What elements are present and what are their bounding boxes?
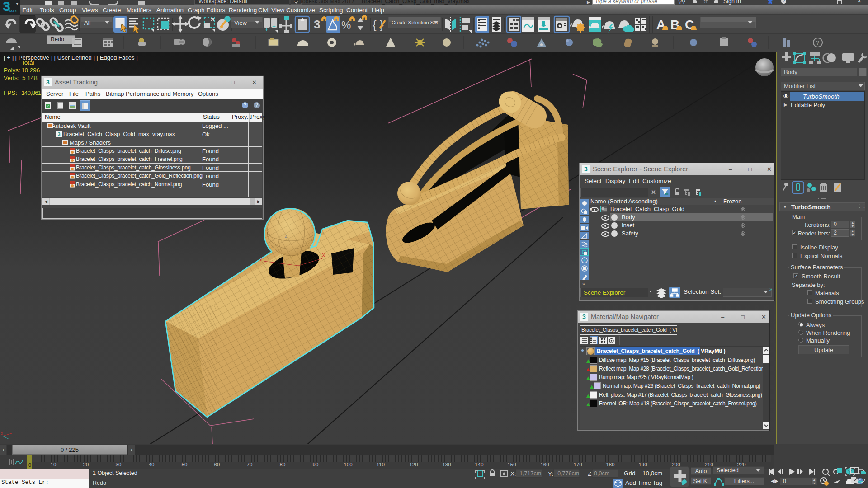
svg-text:x: x [1, 431, 3, 436]
svg-text:Create Selection Set: Create Selection Set [392, 20, 439, 25]
svg-text:+: + [265, 26, 269, 33]
svg-text:Y:: Y: [548, 470, 553, 477]
svg-text:All: All [84, 19, 91, 26]
svg-text:0,0cm: 0,0cm [594, 470, 609, 477]
svg-text:X:: X: [510, 470, 516, 477]
svg-text:Y: Y [259, 257, 263, 262]
svg-text:+: + [272, 23, 276, 30]
svg-text:z: z [285, 234, 287, 239]
svg-text:-0,776cm: -0,776cm [556, 470, 579, 477]
svg-text:X: X [322, 253, 326, 258]
svg-text:3: 3 [314, 18, 320, 31]
svg-text:-1,717cm: -1,717cm [518, 470, 541, 477]
svg-text:View: View [234, 19, 247, 26]
svg-text:?: ? [816, 39, 819, 46]
